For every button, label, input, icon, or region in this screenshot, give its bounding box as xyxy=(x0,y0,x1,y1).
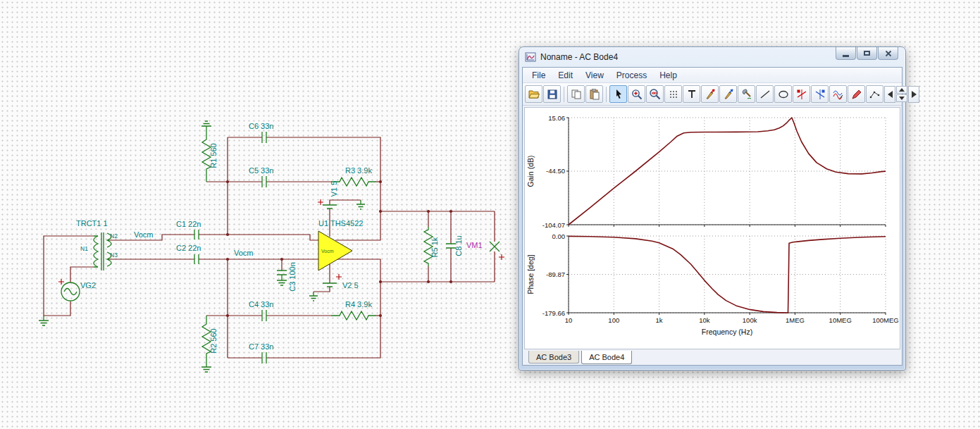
label-vm1: VM1 xyxy=(466,241,483,249)
bode-plot[interactable]: 15.06-44.50-104.07Gain (dB)0.00-89.87-17… xyxy=(525,108,901,347)
label-v1: V1 5 xyxy=(330,181,338,197)
component-c5[interactable] xyxy=(262,176,266,187)
spin-up-button[interactable] xyxy=(896,86,907,94)
current-probe-icon xyxy=(722,88,735,101)
ellipse-tool-icon xyxy=(777,88,790,101)
label-c8: C8 1u xyxy=(454,235,463,256)
component-c2[interactable] xyxy=(194,254,199,264)
cursor-a-button[interactable] xyxy=(793,85,810,103)
window-titlebar[interactable]: Noname - AC Bode4 xyxy=(522,47,903,67)
zoom-in-icon xyxy=(631,88,643,101)
export-curves-button[interactable] xyxy=(829,85,847,103)
menu-process[interactable]: Process xyxy=(610,69,653,82)
spinner xyxy=(896,86,907,102)
minimize-button[interactable] xyxy=(836,47,856,60)
label-vg2: VG2 xyxy=(80,281,96,290)
zoom-in-button[interactable] xyxy=(628,85,645,103)
component-transformer[interactable] xyxy=(94,232,111,271)
scroll-left-button[interactable] xyxy=(884,86,895,103)
component-c4[interactable] xyxy=(262,310,266,321)
toolbar-separator xyxy=(564,87,564,102)
schematic-canvas[interactable]: Vocm TRCT1 1 N1 N2 N3 VG2 Vocm Vocm C1 2… xyxy=(0,0,519,429)
svg-text:100: 100 xyxy=(608,316,619,324)
maximize-button[interactable] xyxy=(857,47,877,60)
voltage-probe-button[interactable] xyxy=(701,85,719,103)
menu-help[interactable]: Help xyxy=(653,69,683,82)
minimize-icon xyxy=(843,55,849,57)
ellipse-button[interactable] xyxy=(774,85,792,103)
bode-window: Noname - AC Bode4 File Edit View Process… xyxy=(519,46,906,371)
label-n1: N1 xyxy=(80,245,88,252)
component-c6[interactable] xyxy=(262,132,266,143)
cursor-b-icon xyxy=(814,88,826,101)
component-c3[interactable] xyxy=(277,271,287,275)
cursor-a-icon xyxy=(795,88,808,101)
component-vg2[interactable] xyxy=(58,279,80,301)
down-arrow-icon xyxy=(899,97,905,100)
up-arrow-icon xyxy=(899,88,905,92)
svg-text:100MEG: 100MEG xyxy=(872,316,899,324)
polyline-button[interactable] xyxy=(866,85,883,103)
label-r2: R2 560 xyxy=(209,328,218,353)
svg-text:-104.07: -104.07 xyxy=(542,221,565,229)
label-u1: U1 THS4522 xyxy=(318,219,363,228)
component-r4[interactable] xyxy=(331,311,376,320)
svg-text:Phase [deg]: Phase [deg] xyxy=(526,254,535,294)
schematic-labels: TRCT1 1 N1 N2 N3 VG2 Vocm Vocm C1 22n C2… xyxy=(76,122,483,354)
current-probe-button[interactable] xyxy=(719,85,737,103)
left-arrow-icon xyxy=(888,91,893,98)
cursor-b-button[interactable] xyxy=(811,85,829,103)
svg-text:-179.66: -179.66 xyxy=(542,309,565,317)
line-button[interactable] xyxy=(756,85,774,103)
tab-ac-bode3[interactable]: AC Bode3 xyxy=(528,351,579,363)
grid-button[interactable] xyxy=(664,85,682,103)
label-c3: C3 100n xyxy=(288,262,297,292)
marker-pen-icon xyxy=(850,88,863,101)
svg-text:Frequency (Hz): Frequency (Hz) xyxy=(702,328,752,336)
menu-file[interactable]: File xyxy=(526,69,552,82)
axe-icon xyxy=(740,88,753,101)
marker-button[interactable] xyxy=(848,85,865,103)
zoom-100-button[interactable] xyxy=(646,85,664,103)
app-icon xyxy=(525,51,536,63)
svg-text:1MEG: 1MEG xyxy=(786,316,805,324)
desktop: { "schematic": { "labels": { "transforme… xyxy=(0,0,980,429)
paste-button[interactable] xyxy=(585,85,603,103)
menu-edit[interactable]: Edit xyxy=(552,69,579,82)
label-vocm-bottom: Vocm xyxy=(234,249,254,257)
svg-text:10MEG: 10MEG xyxy=(829,316,852,324)
label-r5: R5 1k xyxy=(430,237,439,257)
grid-icon xyxy=(667,88,680,101)
window-title: Noname - AC Bode4 xyxy=(540,52,618,62)
copy-button[interactable] xyxy=(567,85,585,103)
window-client: File Edit View Process Help xyxy=(522,67,903,366)
svg-text:Gain (dB): Gain (dB) xyxy=(526,156,535,187)
text-button[interactable] xyxy=(683,85,700,103)
label-n2: N2 xyxy=(110,232,118,240)
tab-ac-bode4[interactable]: AC Bode4 xyxy=(581,351,632,364)
label-v2: V2 5 xyxy=(342,281,359,290)
component-c1[interactable] xyxy=(194,230,199,240)
select-button[interactable] xyxy=(609,85,627,103)
svg-text:0.00: 0.00 xyxy=(552,232,566,240)
svg-text:10k: 10k xyxy=(699,316,710,324)
menubar: File Edit View Process Help xyxy=(523,68,902,83)
separate-curves-button[interactable] xyxy=(738,85,755,103)
label-n3: N3 xyxy=(110,251,118,259)
save-button[interactable] xyxy=(543,85,561,103)
chart-area[interactable]: 15.06-44.50-104.07Gain (dB)0.00-89.87-17… xyxy=(524,107,900,349)
menu-view[interactable]: View xyxy=(579,69,610,82)
spin-down-button[interactable] xyxy=(896,94,907,102)
close-button[interactable] xyxy=(878,47,898,60)
open-button[interactable] xyxy=(525,85,542,103)
svg-text:-89.87: -89.87 xyxy=(546,271,565,278)
right-arrow-icon xyxy=(912,91,917,98)
component-opamp[interactable]: Vocm xyxy=(318,231,352,271)
scroll-right-button[interactable] xyxy=(908,86,919,103)
component-v2[interactable] xyxy=(323,274,342,287)
line-tool-icon xyxy=(759,88,771,101)
component-v1[interactable] xyxy=(318,199,337,209)
component-c7[interactable] xyxy=(262,352,266,363)
component-vm1[interactable] xyxy=(490,242,504,260)
label-c7: C7 33n xyxy=(249,342,273,351)
